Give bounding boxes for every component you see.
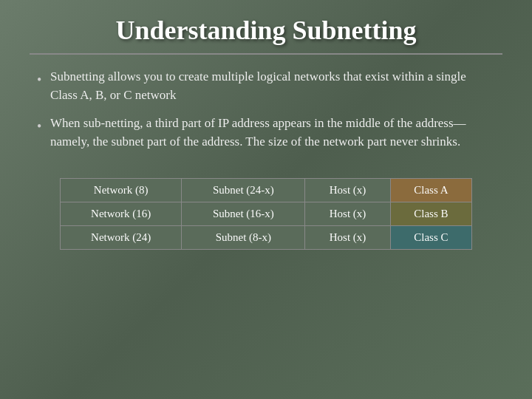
slide-title: Understanding Subnetting — [30, 15, 502, 46]
table-class-cell-2: Class B — [390, 202, 471, 225]
table-cell-2-2: Subnet (16-x) — [182, 202, 305, 225]
table-row-3: Network (24)Subnet (8-x)Host (x)Class C — [61, 225, 472, 249]
table-cell-3-1: Network (24) — [61, 225, 182, 249]
title-area: Understanding Subnetting — [30, 15, 502, 55]
bullet-item-2: • When sub-netting, a third part of IP a… — [37, 115, 495, 151]
table-cell-2-1: Network (16) — [61, 202, 182, 225]
table-row-1: Network (8)Subnet (24-x)Host (x)Class A — [61, 178, 472, 202]
bullet-text-2: When sub-netting, a third part of IP add… — [50, 115, 495, 151]
table-cell-1-1: Network (8) — [61, 178, 182, 202]
content-area: • Subnetting allows you to create multip… — [30, 68, 502, 377]
table-cell-1-3: Host (x) — [305, 178, 390, 202]
subnet-table: Network (8)Subnet (24-x)Host (x)Class AN… — [60, 178, 472, 250]
bullet-list: • Subnetting allows you to create multip… — [37, 68, 495, 162]
table-class-cell-3: Class C — [390, 225, 471, 249]
bullet-dot-2: • — [37, 117, 50, 136]
bullet-dot-1: • — [37, 70, 50, 89]
table-row-2: Network (16)Subnet (16-x)Host (x)Class B — [61, 202, 472, 225]
table-cell-1-2: Subnet (24-x) — [182, 178, 305, 202]
bullet-item-1: • Subnetting allows you to create multip… — [37, 68, 495, 104]
slide: Understanding Subnetting • Subnetting al… — [0, 0, 532, 399]
bullet-text-1: Subnetting allows you to create multiple… — [50, 68, 495, 104]
table-cell-3-2: Subnet (8-x) — [182, 225, 305, 249]
table-cell-2-3: Host (x) — [305, 202, 390, 225]
table-cell-3-3: Host (x) — [305, 225, 390, 249]
table-class-cell-1: Class A — [390, 178, 471, 202]
subnet-table-container: Network (8)Subnet (24-x)Host (x)Class AN… — [60, 178, 472, 250]
